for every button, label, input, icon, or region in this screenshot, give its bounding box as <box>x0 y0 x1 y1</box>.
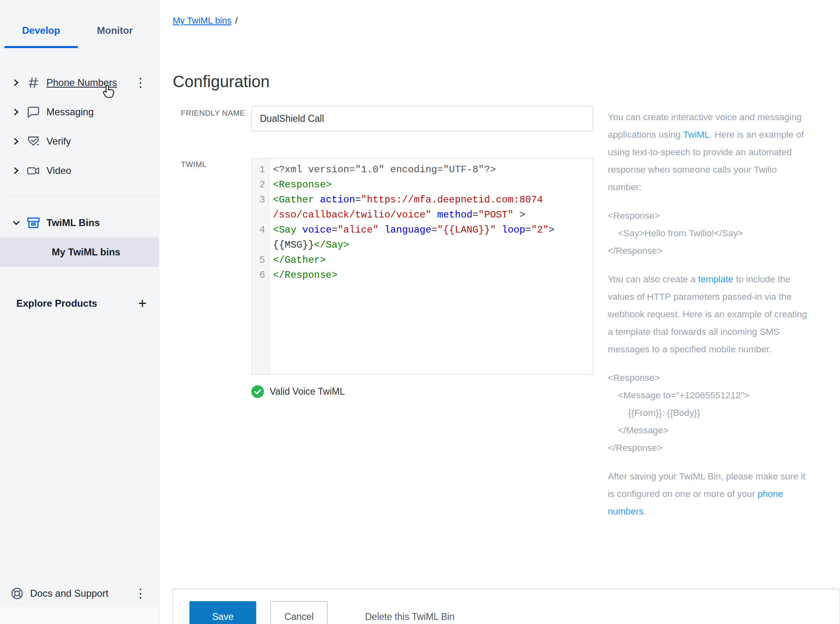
sidebar-item-label: Verify <box>46 136 71 147</box>
sidebar-item-twiml-bins[interactable]: TwiML Bins <box>0 208 159 237</box>
line-number: 2 <box>252 177 269 192</box>
validation-status: Valid Voice TwiML <box>251 385 345 398</box>
line-number: 1 <box>252 162 269 177</box>
divider <box>4 277 159 277</box>
sidebar-item-verify[interactable]: Verify <box>0 127 159 156</box>
chevron-right-icon <box>12 136 21 147</box>
friendly-name-input[interactable] <box>251 106 593 131</box>
explore-products-label: Explore Products <box>16 298 97 309</box>
sidebar: Develop Monitor Phone Numbers⋮MessagingV… <box>0 0 159 624</box>
help-code-sample: <Response> <Message to="+12065551212"> {… <box>608 369 812 457</box>
code-text: {{MSG}}</Say> <box>269 237 349 253</box>
help-panel: You can create interactive voice and mes… <box>608 108 812 531</box>
twiml-label: TWIML <box>181 158 246 171</box>
code-line: 6</Response> <box>252 268 593 283</box>
sidebar-item-label: My TwiML bins <box>52 246 120 258</box>
code-line: 4<Say voice="alice" language="{{LANG}}" … <box>252 222 593 237</box>
line-number: 4 <box>252 222 269 237</box>
breadcrumb-separator: / <box>235 15 237 26</box>
validation-label: Valid Voice TwiML <box>270 386 345 397</box>
help-paragraph: After saving your TwiML Bin, please make… <box>608 468 812 520</box>
explore-products-section: Explore Products + <box>0 289 159 318</box>
help-link-twiml[interactable]: TwiML <box>683 130 710 140</box>
code-line: 1<?xml version="1.0" encoding="UTF-8"?> <box>252 162 593 177</box>
cancel-button[interactable]: Cancel <box>270 601 328 624</box>
page-title: Configuration <box>173 73 270 91</box>
code-text: <Gather action="https://mfa.deepnetid.co… <box>269 192 543 207</box>
line-number <box>252 237 269 253</box>
chevron-right-icon <box>12 77 21 88</box>
chevron-right-icon <box>12 165 21 176</box>
code-text: <Say voice="alice" language="{{LANG}}" l… <box>269 222 554 237</box>
sidebar-item-video[interactable]: Video <box>0 156 159 185</box>
divider <box>4 196 159 196</box>
code-text: <Response> <box>269 177 332 192</box>
kebab-menu-icon[interactable]: ⋮ <box>134 587 147 600</box>
code-line: 3<Gather action="https://mfa.deepnetid.c… <box>252 192 593 207</box>
chevron-right-icon <box>12 107 21 117</box>
tab-develop[interactable]: Develop <box>4 25 78 48</box>
shield-check-icon <box>26 134 41 148</box>
check-circle-icon <box>251 385 264 398</box>
tab-monitor[interactable]: Monitor <box>97 25 133 48</box>
sidebar-tabs: Develop Monitor <box>0 0 159 48</box>
sidebar-item-label: Docs and Support <box>30 588 108 599</box>
plus-icon[interactable]: + <box>138 296 147 311</box>
friendly-name-label: FRIENDLY NAME <box>181 107 246 119</box>
code-text: </Gather> <box>269 253 326 268</box>
kebab-menu-icon[interactable]: ⋮ <box>134 77 147 89</box>
save-button[interactable]: Save <box>189 601 256 624</box>
code-text: <?xml version="1.0" encoding="UTF-8"?> <box>269 162 496 177</box>
help-code-sample: <Response> <Say>Hello from Twilio!</Say>… <box>608 207 812 259</box>
help-link-template[interactable]: template <box>698 274 733 284</box>
code-text: /sso/callback/twilio/voice" method="POST… <box>269 207 525 222</box>
sidebar-item-my-twiml-bins[interactable]: My TwiML bins <box>0 237 159 267</box>
line-number: 3 <box>252 192 269 207</box>
breadcrumb: My TwiML bins/ <box>173 15 237 26</box>
sidebar-item-docs-and-support[interactable]: Docs and Support ⋮ <box>0 579 159 608</box>
bin-box-icon <box>26 216 41 230</box>
sidebar-item-messaging[interactable]: Messaging <box>0 97 159 127</box>
delete-twiml-bin-button[interactable]: Delete this TwiML Bin <box>365 601 455 624</box>
sidebar-item-phone-numbers[interactable]: Phone Numbers⋮ <box>0 68 159 97</box>
code-line: 2<Response> <box>252 177 593 192</box>
sidebar-item-label: Messaging <box>46 106 94 118</box>
editor-lines: 1<?xml version="1.0" encoding="UTF-8"?>2… <box>252 162 593 283</box>
sidebar-item-label: TwiML Bins <box>46 217 100 229</box>
breadcrumb-link-my-twiml-bins[interactable]: My TwiML bins <box>173 15 231 26</box>
help-paragraph: You can create interactive voice and mes… <box>608 108 812 196</box>
video-camera-icon <box>26 164 41 178</box>
help-paragraph: You can also create a template to includ… <box>608 270 812 358</box>
line-number: 5 <box>252 253 269 268</box>
twiml-code-editor[interactable]: 1<?xml version="1.0" encoding="UTF-8"?>2… <box>251 158 593 375</box>
sidebar-footer <box>0 607 159 624</box>
line-number: 6 <box>252 268 269 283</box>
code-line: {{MSG}}</Say> <box>252 237 593 253</box>
code-text: </Response> <box>269 268 337 283</box>
hash-icon <box>26 76 41 90</box>
chat-bubble-icon <box>26 105 41 119</box>
code-line: 5</Gather> <box>252 253 593 268</box>
sidebar-item-label: Phone Numbers <box>46 77 117 88</box>
footer-bar: Save Cancel Delete this TwiML Bin <box>173 589 840 624</box>
code-line: /sso/callback/twilio/voice" method="POST… <box>252 207 593 222</box>
chevron-down-icon <box>12 218 21 228</box>
line-number <box>252 207 269 222</box>
sidebar-item-label: Video <box>46 165 71 176</box>
life-ring-icon <box>10 587 24 600</box>
help-link-phone-numbers[interactable]: phone numbers <box>608 489 783 516</box>
